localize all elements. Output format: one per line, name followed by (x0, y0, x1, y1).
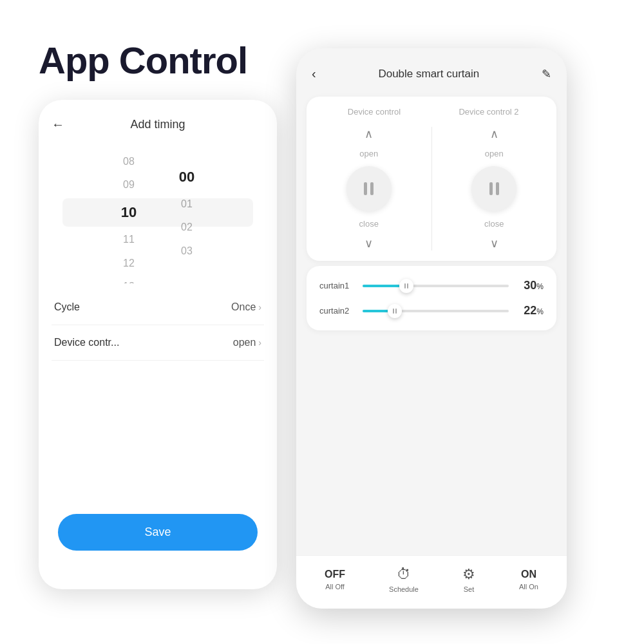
device-control-2-label: Device control 2 (431, 107, 546, 117)
device-control-1-label: Device control (317, 107, 431, 117)
set-label: Set (464, 585, 475, 593)
control-panel-2: ∧ open close ∨ (442, 127, 547, 251)
pause-icon-1 (364, 182, 374, 195)
cycle-chevron: › (258, 302, 261, 312)
hour-10-active: 10 (109, 200, 148, 225)
pause-button-1[interactable] (346, 166, 392, 211)
back-button[interactable]: ← (52, 117, 64, 132)
curtain-back-button[interactable]: ‹ (312, 66, 316, 81)
schedule-label: Schedule (389, 585, 419, 593)
schedule-button[interactable]: ⏱ Schedule (389, 566, 419, 593)
hour-column: 07 08 09 10 11 12 13 (109, 142, 148, 283)
control-panels: ∧ open close ∨ ∧ open (317, 127, 546, 251)
curtain2-pct: % (536, 307, 544, 316)
close-arrow-1[interactable]: ∨ (365, 236, 373, 251)
device-label: Device contr... (54, 337, 119, 348)
pause-button-2[interactable] (471, 166, 516, 211)
all-on-label: All On (519, 583, 538, 591)
curtain2-thumb[interactable] (388, 304, 402, 318)
curtain1-thumb-bar-1 (404, 283, 406, 289)
curtain2-track[interactable] (363, 310, 509, 312)
panel-divider (431, 127, 432, 251)
curtain1-label: curtain1 (319, 281, 355, 290)
close-label-1: close (359, 219, 379, 229)
minute-column: 00 01 02 03 (167, 164, 206, 261)
device-row[interactable]: Device contr... open › (52, 325, 264, 361)
page-title: App Control (39, 39, 247, 82)
hour-09: 09 (109, 176, 148, 194)
open-label-1: open (359, 149, 378, 158)
open-arrow-1[interactable]: ∧ (365, 127, 373, 141)
curtain1-thumb[interactable] (399, 279, 413, 293)
cycle-row[interactable]: Cycle Once › (52, 290, 264, 325)
curtain2-thumb-bar-1 (393, 308, 394, 314)
device-value: open › (233, 337, 261, 348)
cycle-value: Once › (231, 301, 261, 313)
curtain1-thumb-icon (404, 283, 408, 289)
control-panel-1: ∧ open close ∨ (317, 127, 421, 251)
hour-07: 07 (109, 142, 148, 147)
curtain2-value: 22% (516, 304, 544, 317)
open-arrow-2[interactable]: ∧ (490, 127, 498, 141)
min-02: 02 (167, 218, 206, 237)
curtain-header: ‹ Double smart curtain ✎ (296, 48, 567, 91)
settings-section: Cycle Once › Device contr... open › (39, 290, 277, 361)
save-button[interactable]: Save (58, 514, 258, 551)
curtain2-label: curtain2 (319, 306, 355, 316)
bottom-bar: OFF All Off ⏱ Schedule ⚙ Set ON All On (296, 555, 567, 609)
save-btn-container: Save (58, 514, 258, 551)
min-00-active: 00 (167, 164, 206, 190)
curtain1-track[interactable] (363, 285, 509, 287)
curtain-title: Double smart curtain (378, 68, 479, 80)
curtain1-pct: % (536, 282, 544, 291)
sliders-section: curtain1 30% curtain2 (307, 266, 556, 330)
timing-header: ← Add timing (39, 100, 277, 142)
hour-13: 13 (109, 278, 148, 283)
curtain2-slider-row: curtain2 22% (319, 304, 544, 317)
schedule-icon: ⏱ (397, 566, 411, 583)
pause-icon-2 (489, 182, 499, 195)
curtain1-thumb-bar-2 (407, 283, 408, 289)
open-label-2: open (485, 149, 504, 158)
min-03: 03 (167, 242, 206, 261)
all-off-label: All Off (325, 583, 345, 591)
time-picker[interactable]: 07 08 09 10 11 12 13 00 01 02 03 (39, 142, 277, 283)
all-off-icon: OFF (325, 569, 345, 580)
hour-11: 11 (109, 231, 148, 249)
hour-12: 12 (109, 254, 148, 273)
close-arrow-2[interactable]: ∨ (490, 236, 498, 251)
left-phone: ← Add timing 07 08 09 10 11 12 13 00 01 … (39, 100, 277, 589)
pause-bar-1a (364, 182, 367, 195)
device-controls-header: Device control Device control 2 (317, 107, 546, 117)
all-on-icon: ON (521, 569, 536, 580)
pause-bar-2b (496, 182, 499, 195)
pause-bar-2a (489, 182, 493, 195)
curtain2-thumb-icon (393, 308, 397, 314)
set-icon: ⚙ (462, 566, 475, 583)
set-button[interactable]: ⚙ Set (462, 566, 475, 593)
close-label-2: close (484, 219, 504, 229)
all-off-button[interactable]: OFF All Off (325, 569, 345, 591)
curtain1-value: 30% (516, 279, 544, 292)
min-01: 01 (167, 195, 206, 214)
device-controls: Device control Device control 2 ∧ open c… (307, 97, 556, 261)
right-phone: ‹ Double smart curtain ✎ Device control … (296, 48, 567, 609)
curtain2-thumb-bar-2 (395, 308, 397, 314)
curtain-edit-button[interactable]: ✎ (542, 67, 551, 81)
curtain1-slider-row: curtain1 30% (319, 279, 544, 292)
hour-08: 08 (109, 153, 148, 171)
cycle-label: Cycle (54, 301, 80, 313)
device-chevron: › (258, 337, 261, 348)
all-on-button[interactable]: ON All On (519, 569, 538, 591)
pause-bar-1b (370, 182, 374, 195)
timing-title: Add timing (130, 118, 185, 131)
